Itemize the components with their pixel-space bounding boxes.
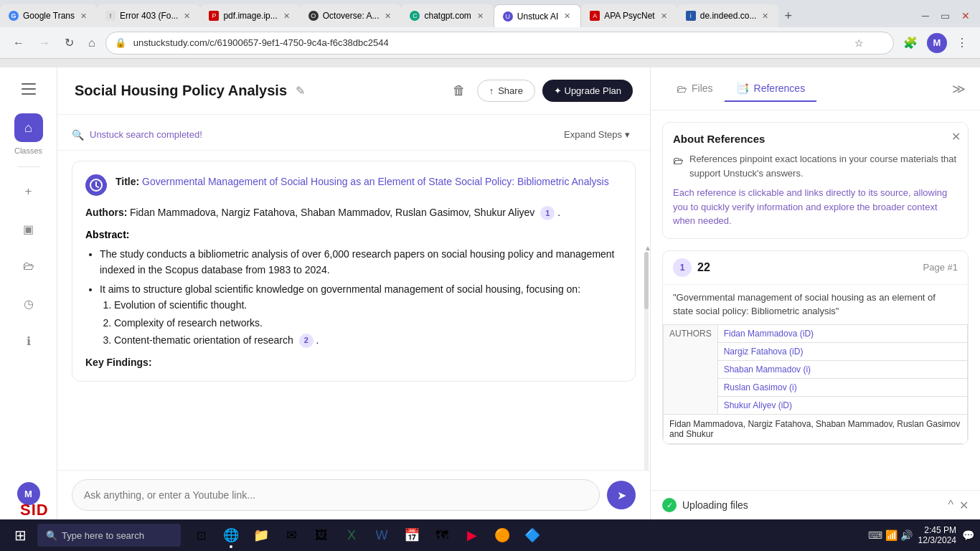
result-card: Title: Governmental Management of Social…	[72, 161, 636, 382]
uploading-label: Uploading files	[682, 499, 748, 511]
menu-button[interactable]: ⋮	[953, 33, 971, 52]
taskbar-search-box[interactable]: 🔍 Type here to search	[37, 524, 181, 547]
expand-steps-button[interactable]: Expand Steps ▾	[558, 126, 636, 143]
taskbar-app-media[interactable]: ▶	[458, 521, 486, 550]
share-icon: ↑	[489, 85, 494, 96]
taskview-icon: ⊡	[197, 529, 206, 542]
scroll-indicator[interactable]: ▲ ▼	[644, 244, 649, 470]
tab-close-apa[interactable]: ✕	[659, 10, 669, 22]
home-button[interactable]: ⌂	[84, 34, 100, 52]
result-full-title: Title: Governmental Management of Social…	[116, 174, 622, 189]
close-button[interactable]: ✕	[957, 7, 974, 24]
scroll-thumb	[644, 252, 649, 309]
address-bar[interactable]: 🔒 unstuckstudy.com/c/61900657-9ef1-4750-…	[105, 32, 894, 55]
taskbar-app-excel[interactable]: X	[337, 521, 366, 550]
scroll-arrow-up[interactable]: ▲	[644, 244, 649, 252]
tab-close-indeed[interactable]: ✕	[760, 10, 770, 22]
author-1[interactable]: Fidan Mammadova (iD)	[717, 324, 967, 342]
taskbar-clock[interactable]: 2:45 PM 12/3/2024	[918, 525, 956, 545]
author-3[interactable]: Shaban Mammadov (i)	[717, 360, 967, 378]
app1-icon: 🟠	[494, 527, 510, 543]
authors-header-cell: AUTHORS	[664, 324, 718, 414]
edit-title-icon[interactable]: ✎	[296, 84, 305, 98]
share-button[interactable]: ↑ Share	[477, 80, 535, 102]
taskbar-app-maps[interactable]: 🗺	[428, 521, 456, 550]
tab-close-octoverse[interactable]: ✕	[383, 10, 392, 22]
tab-close-pdf[interactable]: ✕	[282, 10, 291, 22]
taskbar-app-app2[interactable]: 🔷	[518, 521, 547, 550]
taskbar-app-app1[interactable]: 🟠	[488, 521, 517, 550]
send-button[interactable]: ➤	[607, 481, 636, 509]
tab-close-error[interactable]: ✕	[182, 10, 192, 22]
new-tab-button[interactable]: +	[778, 9, 798, 24]
authors-period: .	[557, 207, 560, 218]
title-text-link[interactable]: Governmental Management of Social Housin…	[142, 176, 609, 187]
sidebar-monitor-button[interactable]: ▣	[16, 216, 42, 242]
tab-close-chatgpt[interactable]: ✕	[476, 10, 485, 22]
sidebar-folder-button[interactable]: 🗁	[16, 253, 42, 279]
page-title: Social Housing Policy Analysis	[75, 83, 287, 99]
tab-unstuck[interactable]: U Unstuck AI ✕	[494, 4, 581, 27]
delete-button[interactable]: 🗑	[448, 79, 470, 103]
bookmark-button[interactable]: ☆	[851, 34, 867, 52]
tab-files[interactable]: 🗁 Files	[665, 77, 725, 102]
tab-octoverse[interactable]: O Octoverse: A... ✕	[300, 4, 402, 27]
svg-rect-0	[22, 83, 36, 85]
refresh-button[interactable]: ↻	[60, 33, 78, 52]
taskbar-app-calendar[interactable]: 📅	[397, 521, 426, 550]
uploading-close-button[interactable]: ✕	[959, 499, 969, 512]
sidebar-menu-icon[interactable]	[16, 76, 42, 102]
chat-input[interactable]	[72, 479, 600, 511]
start-button[interactable]: ⊞	[6, 522, 34, 548]
panel-expand-button[interactable]: ≫	[952, 81, 966, 97]
tab-pdf[interactable]: P pdf.image.ip... ✕	[200, 4, 299, 27]
tab-favicon-google: G	[9, 11, 19, 21]
author-2[interactable]: Nargiz Fatahova (iD)	[717, 342, 967, 360]
uploading-collapse-button[interactable]: ^	[948, 499, 953, 512]
taskbar-app-edge[interactable]: 🌐	[217, 521, 245, 550]
tab-error403[interactable]: ! Error 403 (Fo... ✕	[97, 4, 200, 27]
maximize-button[interactable]: ▭	[936, 7, 954, 24]
tab-google-trans[interactable]: G Google Trans ✕	[0, 4, 97, 27]
profile-button[interactable]: M	[927, 33, 947, 53]
tab-close-unstuck[interactable]: ✕	[562, 10, 572, 22]
back-button[interactable]: ←	[9, 34, 29, 52]
tab-chatgpt[interactable]: C chatgpt.com ✕	[401, 4, 493, 27]
tab-apa[interactable]: A APA PsycNet ✕	[581, 4, 677, 27]
main-content: Social Housing Policy Analysis ✎ 🗑 ↑ Sha…	[57, 67, 650, 519]
sidebar-history-button[interactable]: ◷	[16, 291, 42, 316]
app2-icon: 🔷	[524, 527, 540, 543]
about-ref-close-button[interactable]: ✕	[951, 130, 961, 143]
security-icon: 🔒	[115, 37, 126, 48]
taskbar-app-photos[interactable]: 🖼	[307, 521, 336, 550]
sidebar-home-button[interactable]: ⌂	[14, 113, 43, 142]
mail-icon: ✉	[286, 527, 297, 543]
sidebar: ⌂ Classes + ▣ 🗁 ◷ ℹ M	[0, 67, 57, 519]
author-5[interactable]: Shukur Aliyev (iD)	[717, 396, 967, 414]
taskbar-app-word[interactable]: W	[367, 521, 396, 550]
monitor-icon: ▣	[23, 222, 34, 236]
sidebar-add-button[interactable]: +	[16, 179, 42, 204]
edge-icon: 🌐	[223, 527, 239, 543]
extensions-button[interactable]: 🧩	[900, 33, 921, 52]
about-ref-body: 🗁 References pinpoint exact locations in…	[673, 152, 958, 228]
author-4[interactable]: Ruslan Gasimov (i)	[717, 378, 967, 396]
uploading-bar: ✓ Uploading files ^ ✕	[651, 490, 980, 519]
taskbar-app-taskview[interactable]: ⊡	[187, 521, 215, 550]
forward-button[interactable]: →	[34, 34, 55, 52]
minimize-button[interactable]: ─	[918, 7, 933, 24]
about-ref-title: About References	[673, 133, 958, 145]
notification-icon[interactable]: 💬	[962, 529, 974, 541]
bottom-authors: Fidan Mammadova, Nargiz Fatahova, Shaban…	[664, 414, 968, 443]
sidebar-info-button[interactable]: ℹ	[16, 328, 42, 354]
chat-area[interactable]: 🔍 Unstuck search completed! Expand Steps…	[57, 115, 650, 470]
taskbar-app-mail[interactable]: ✉	[277, 521, 306, 550]
input-area: ➤	[57, 470, 650, 519]
tab-references[interactable]: 📑 References	[725, 76, 817, 102]
folder-small-icon: 🗁	[673, 153, 684, 169]
taskbar-app-explorer[interactable]: 📁	[247, 521, 275, 550]
info-icon: ℹ	[27, 334, 31, 348]
tab-indeed[interactable]: i de.indeed.co... ✕	[677, 4, 779, 27]
tab-close-google[interactable]: ✕	[79, 10, 88, 22]
upgrade-button[interactable]: ✦ Upgrade Plan	[542, 80, 633, 102]
